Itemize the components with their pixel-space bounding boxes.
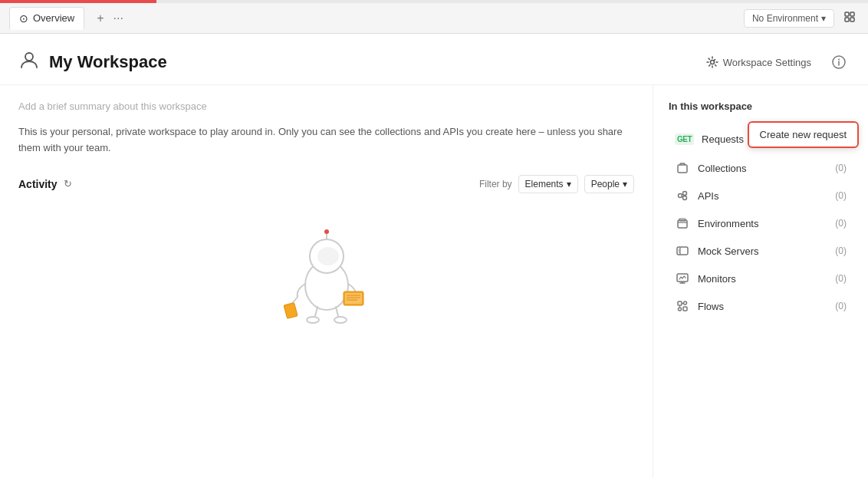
- apis-count: (0): [835, 190, 847, 201]
- page-title: My Workspace: [49, 52, 167, 72]
- requests-label: Requests: [702, 133, 744, 145]
- svg-point-8: [838, 59, 840, 61]
- left-content: Add a brief summary about this workspace…: [0, 85, 653, 478]
- monitors-item[interactable]: Monitors (0): [669, 265, 853, 292]
- svg-rect-21: [284, 302, 298, 318]
- svg-point-23: [679, 194, 682, 198]
- svg-point-40: [684, 301, 687, 305]
- in-this-workspace-title: In this workspace: [669, 100, 853, 112]
- environments-item-left: Environments: [675, 216, 758, 231]
- activity-title: Activity: [18, 178, 58, 190]
- svg-point-24: [683, 192, 687, 196]
- settings-icon: [843, 11, 856, 23]
- monitors-count: (0): [835, 273, 847, 284]
- apis-item-left: APIs: [675, 188, 718, 203]
- flows-label: Flows: [698, 301, 724, 312]
- monitors-item-left: Monitors: [675, 271, 736, 286]
- svg-point-11: [317, 247, 339, 265]
- flows-item[interactable]: Flows (0): [669, 293, 853, 319]
- activity-header: Activity ↻ Filter by Elements ▾ People ▾: [18, 175, 634, 193]
- svg-rect-0: [845, 12, 849, 16]
- page-header-actions: Workspace Settings: [699, 51, 850, 73]
- right-sidebar: In this workspace GET Requests + Create …: [653, 85, 868, 336]
- svg-point-4: [25, 53, 33, 61]
- monitors-label: Monitors: [698, 273, 736, 285]
- add-request-button[interactable]: +: [828, 130, 847, 148]
- workspace-icon: [18, 49, 40, 75]
- workspace-settings-label: Workspace Settings: [723, 57, 811, 68]
- svg-rect-22: [678, 165, 687, 173]
- svg-rect-1: [850, 12, 854, 16]
- apis-label: APIs: [698, 190, 718, 202]
- tab-overview[interactable]: ⊙ Overview: [9, 7, 84, 30]
- summary-placeholder[interactable]: Add a brief summary about this workspace: [18, 100, 634, 112]
- people-chevron-icon: ▾: [623, 179, 627, 189]
- page-title-group: My Workspace: [18, 49, 167, 75]
- main-layout: My Workspace Workspace Settings: [0, 34, 868, 478]
- svg-point-13: [324, 229, 329, 234]
- filter-label: Filter by: [479, 179, 512, 189]
- new-tab-button[interactable]: +: [94, 10, 107, 27]
- requests-item[interactable]: GET Requests + Create new request: [669, 124, 853, 153]
- people-filter-label: People: [591, 179, 620, 189]
- flows-item-left: Flows: [675, 298, 724, 314]
- environments-label: Environments: [698, 218, 758, 229]
- empty-state: [18, 224, 634, 324]
- content-area: My Workspace Workspace Settings: [0, 34, 868, 478]
- svg-line-26: [682, 194, 684, 195]
- env-selector-label: No Environment: [752, 13, 818, 24]
- tab-bar: ⊙ Overview + ··· No Environment ▾: [0, 3, 868, 34]
- svg-rect-17: [345, 293, 362, 304]
- requests-icon: GET: [675, 133, 694, 145]
- right-sidebar-wrapper: In this workspace GET Requests + Create …: [653, 85, 868, 478]
- tab-actions: + ···: [94, 10, 127, 27]
- refresh-icon[interactable]: ↻: [64, 178, 72, 189]
- page-body: Add a brief summary about this workspace…: [0, 85, 868, 478]
- info-icon: [832, 55, 846, 69]
- svg-rect-39: [683, 307, 687, 311]
- empty-state-illustration: [281, 224, 373, 324]
- svg-point-41: [679, 308, 682, 311]
- collections-label: Collections: [698, 163, 747, 174]
- mock-servers-item[interactable]: Mock Servers (0): [669, 238, 853, 264]
- mock-servers-label: Mock Servers: [698, 245, 758, 257]
- info-button[interactable]: [828, 51, 850, 73]
- tab-more-button[interactable]: ···: [110, 10, 127, 27]
- svg-point-14: [307, 317, 319, 323]
- mock-servers-icon: [675, 243, 690, 259]
- environments-item[interactable]: Environments (0): [669, 210, 853, 236]
- overview-icon: ⊙: [19, 12, 28, 25]
- workspace-settings-icon: [706, 56, 718, 68]
- svg-rect-2: [845, 18, 849, 21]
- collections-icon: [675, 160, 690, 176]
- environment-selector[interactable]: No Environment ▾: [744, 9, 834, 28]
- mock-servers-item-left: Mock Servers: [675, 243, 758, 259]
- activity-title-group: Activity ↻: [18, 178, 72, 190]
- page-header: My Workspace Workspace Settings: [0, 34, 868, 85]
- flows-count: (0): [835, 301, 847, 311]
- svg-point-25: [683, 196, 687, 200]
- env-chevron-icon: ▾: [821, 13, 826, 24]
- environments-count: (0): [835, 218, 847, 229]
- people-filter-button[interactable]: People ▾: [584, 175, 634, 193]
- elements-filter-label: Elements: [525, 179, 564, 189]
- collections-item[interactable]: Collections (0): [669, 155, 853, 181]
- collections-item-left: Collections: [675, 160, 747, 176]
- global-settings-button[interactable]: [840, 8, 859, 29]
- apis-item[interactable]: APIs (0): [669, 183, 853, 209]
- svg-rect-38: [678, 301, 682, 305]
- svg-point-15: [334, 317, 347, 323]
- workspace-settings-button[interactable]: Workspace Settings: [699, 51, 819, 73]
- svg-rect-3: [850, 18, 854, 21]
- apis-icon: [675, 188, 690, 203]
- workspace-description: This is your personal, private workspace…: [18, 124, 634, 156]
- collections-count: (0): [835, 163, 847, 173]
- elements-chevron-icon: ▾: [567, 179, 571, 189]
- elements-filter-button[interactable]: Elements ▾: [518, 175, 578, 193]
- monitors-icon: [675, 271, 690, 286]
- filter-group: Filter by Elements ▾ People ▾: [479, 175, 634, 193]
- mock-servers-count: (0): [835, 245, 847, 256]
- tab-overview-label: Overview: [33, 12, 74, 24]
- flows-icon: [675, 298, 690, 314]
- environments-icon: [675, 216, 690, 231]
